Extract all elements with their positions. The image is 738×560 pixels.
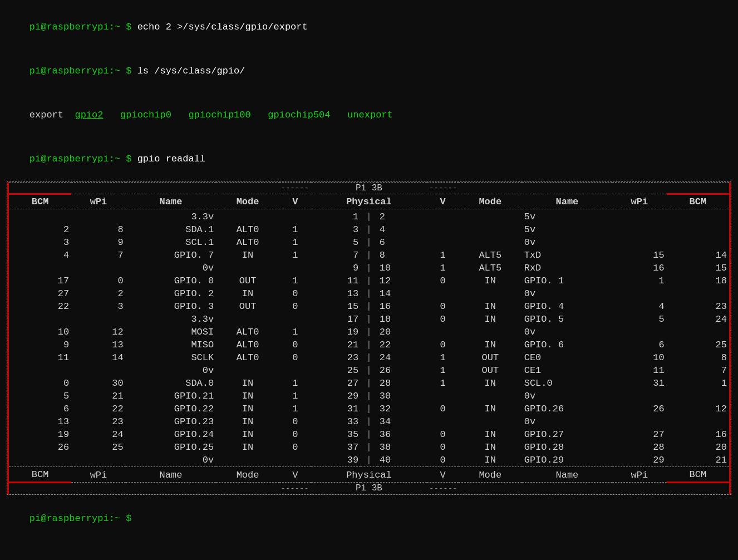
gpio-table: ------ Pi 3B ------ BCM wPi Name Mode V … <box>7 182 731 494</box>
col-v-right: V <box>427 194 459 209</box>
pi3b-footer-row: ------ Pi 3B ------ <box>8 483 730 494</box>
cmd-text-3: gpio readall <box>137 154 205 164</box>
table-row: 0v 25 | 26 1 OUT CE1 11 7 <box>8 364 730 377</box>
table-header: BCM wPi Name Mode V Physical V Mode Name… <box>8 194 730 209</box>
col-wpi-right: wPi <box>612 194 666 209</box>
table-row: 2 8 SDA.1 ALT0 1 3 | 4 5v <box>8 223 730 236</box>
table-row: 3 9 SCL.1 ALT0 1 5 | 6 0v <box>8 236 730 249</box>
col-mode-right: Mode <box>459 194 522 209</box>
table-row: 0v 39 | 40 0 IN GPIO.29 29 21 <box>8 454 730 467</box>
prompt-2: pi@raspberrypi:~ $ <box>29 66 137 76</box>
table-row: 5 21 GPIO.21 IN 1 29 | 30 0v <box>8 390 730 402</box>
table-row: 17 0 GPIO. 0 OUT 1 11 | 12 0 IN GPIO. 1 … <box>8 274 730 287</box>
cmd-text-2: ls /sys/class/gpio/ <box>137 66 245 76</box>
output-gpiochips: gpiochip0 gpiochip100 gpiochip504 unexpo… <box>103 110 392 120</box>
pi3b-header-row: ------ Pi 3B ------ <box>8 183 730 194</box>
table-row: 0v 9 | 10 1 ALT5 RxD 16 15 <box>8 262 730 274</box>
footer-prompt-line: pi@raspberrypi:~ $ <box>7 497 731 541</box>
col-name-right: Name <box>522 194 612 209</box>
table-row: 19 24 GPIO.24 IN 0 35 | 36 0 IN GPIO.27 … <box>8 428 730 441</box>
pi3b-top-label: Pi 3B <box>311 183 427 194</box>
table-row: 11 14 SCLK ALT0 0 23 | 24 1 OUT CE0 10 8 <box>8 351 730 364</box>
cmd-line-1: pi@raspberrypi:~ $ echo 2 >/sys/class/gp… <box>7 6 731 50</box>
footer-prompt: pi@raspberrypi:~ $ <box>29 513 137 524</box>
terminal: pi@raspberrypi:~ $ echo 2 >/sys/class/gp… <box>7 6 731 541</box>
table-row: 3.3v 17 | 18 0 IN GPIO. 5 5 24 <box>8 313 730 326</box>
footer-cursor <box>137 513 143 524</box>
prompt-1: pi@raspberrypi:~ $ <box>29 22 137 32</box>
table-row: 27 2 GPIO. 2 IN 0 13 | 14 0v <box>8 287 730 300</box>
table-row: 4 7 GPIO. 7 IN 1 7 | 8 1 ALT5 TxD 15 14 <box>8 249 730 262</box>
output-gpio2: gpio2 <box>75 110 103 120</box>
table-row: 10 12 MOSI ALT0 1 19 | 20 0v <box>8 326 730 338</box>
cmd-text-1: echo 2 >/sys/class/gpio/export <box>137 22 308 32</box>
col-bcm-right: BCM <box>667 194 730 209</box>
col-physical: Physical <box>311 194 427 209</box>
table-row: 0 30 SDA.0 IN 1 27 | 28 1 IN SCL.0 31 1 <box>8 377 730 390</box>
col-mode-left: Mode <box>216 194 279 209</box>
output-export: export <box>29 110 75 120</box>
output-line-1: export gpio2 gpiochip0 gpiochip100 gpioc… <box>7 94 731 137</box>
col-v-left: V <box>279 194 311 209</box>
table-row: 26 25 GPIO.25 IN 0 37 | 38 0 IN GPIO.28 … <box>8 441 730 454</box>
cmd-line-3: pi@raspberrypi:~ $ gpio readall <box>7 137 731 181</box>
table-row: 9 13 MISO ALT0 0 21 | 22 0 IN GPIO. 6 6 … <box>8 338 730 351</box>
gpio-table-wrapper: ------ Pi 3B ------ BCM wPi Name Mode V … <box>7 181 731 495</box>
table-footer: BCM wPi Name Mode V Physical V Mode Name… <box>8 468 730 483</box>
cmd-line-2: pi@raspberrypi:~ $ ls /sys/class/gpio/ <box>7 50 731 94</box>
table-row: 13 23 GPIO.23 IN 0 33 | 34 0v <box>8 415 730 428</box>
table-row: 6 22 GPIO.22 IN 1 31 | 32 0 IN GPIO.26 2… <box>8 402 730 415</box>
pi3b-bottom-label: Pi 3B <box>311 483 427 494</box>
col-bcm-left: BCM <box>8 194 72 209</box>
table-row: 22 3 GPIO. 3 OUT 0 15 | 16 0 IN GPIO. 4 … <box>8 300 730 313</box>
col-name-left: Name <box>126 194 216 209</box>
table-row: 3.3v 1 | 2 5v <box>8 210 730 223</box>
col-wpi-left: wPi <box>71 194 125 209</box>
prompt-3: pi@raspberrypi:~ $ <box>29 154 137 164</box>
